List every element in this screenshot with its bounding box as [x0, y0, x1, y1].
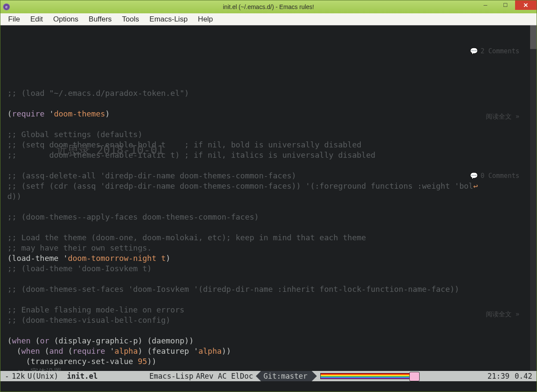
code-line: ;; (doom-themes-visual-bell-config): [7, 315, 170, 325]
modeline-major-mode[interactable]: Emacs-Lisp: [149, 372, 193, 380]
nyan-cat-progress[interactable]: [320, 373, 419, 379]
modeline-minor-modes[interactable]: ARev AC ElDoc: [196, 372, 253, 380]
window-controls: ─ ☐ ✕: [476, 0, 537, 11]
code-line: ;; Load the theme (doom-one, doom-moloka…: [7, 233, 366, 242]
emacs-window: e init.el (~/.emacs.d/) - Emacs rules! ─…: [0, 0, 537, 392]
ghost-readmore-2: 阅读全文 »: [486, 309, 519, 319]
code-line: ;; Global settings (defaults): [7, 130, 142, 139]
code-line: ;; may have their own settings.: [7, 243, 152, 252]
menu-options[interactable]: Options: [48, 14, 84, 25]
modeline-buffer-name[interactable]: init.el: [67, 372, 98, 380]
vertical-scrollbar[interactable]: [530, 25, 537, 371]
menu-edit[interactable]: Edit: [25, 14, 48, 25]
minimize-button[interactable]: ─: [476, 0, 495, 10]
menu-buffers[interactable]: Buffers: [83, 14, 117, 25]
code-line: ;; (setf (cdr (assq 'diredp-dir-name doo…: [7, 181, 478, 190]
code-line: (load-theme 'doom-tomorrow-night t): [7, 254, 170, 263]
maximize-button[interactable]: ☐: [495, 0, 515, 10]
code-line: ;; (doom-themes-set-faces 'doom-Iosvkem …: [7, 285, 459, 294]
menu-help[interactable]: Help: [193, 14, 218, 25]
menubar: File Edit Options Buffers Tools Emacs-Li…: [0, 13, 537, 25]
menu-emacs-lisp[interactable]: Emacs-Lisp: [144, 14, 193, 25]
modeline-modified: -: [5, 372, 9, 380]
modeline-encoding: U(Unix): [28, 372, 58, 380]
comment-icon: 💬: [470, 172, 478, 180]
ghost-comments-1: 💬2 Comments: [470, 46, 519, 56]
window-title: init.el (~/.emacs.d/) - Emacs rules!: [0, 3, 537, 10]
titlebar[interactable]: e init.el (~/.emacs.d/) - Emacs rules! ─…: [0, 0, 537, 13]
emacs-icon: e: [3, 3, 10, 10]
code-line: ;; (load "~/.emacs.d/paradox-token.el"): [7, 89, 189, 98]
ghost-blog-title: 近思录 2018-10-01: [56, 145, 164, 155]
code-line: (transparency-set-value 95)): [7, 357, 156, 366]
ghost-readmore-1: 阅读全文 »: [486, 111, 519, 122]
code-line: (when (or (display-graphic-p) (daemonp)): [7, 336, 194, 345]
editor-buffer[interactable]: 💬2 Comments 阅读全文 » 近思录 2018-10-01 💬0 Com…: [0, 25, 537, 371]
code-line: d)): [7, 192, 21, 201]
code-line: ;; (load-theme 'doom-Iosvkem t): [7, 264, 152, 273]
scrollbar-thumb[interactable]: [530, 25, 537, 49]
modeline-time: 21:39: [488, 372, 509, 380]
wrap-indicator-icon: ↩: [473, 181, 478, 190]
modeline[interactable]: - 12k U(Unix) init.el Emacs-Lisp ARev AC…: [0, 371, 537, 381]
menu-file[interactable]: File: [3, 14, 25, 25]
close-button[interactable]: ✕: [515, 0, 537, 10]
code-line: (require 'doom-themes): [7, 109, 110, 118]
code-line: ;; Enable flashing mode-line on errors: [7, 305, 184, 314]
code-line: (when (and (require 'alpha) (featurep 'a…: [7, 346, 231, 355]
code-line: ;; (doom-themes--apply-faces doom-themes…: [7, 212, 259, 221]
modeline-load: 0.42: [515, 372, 532, 380]
modeline-size: 12k: [12, 372, 25, 380]
code-line: ;; (assq-delete-all 'diredp-dir-name doo…: [7, 171, 296, 180]
modeline-git[interactable]: Git:master: [261, 371, 312, 381]
code-line: ;; 字体设置: [7, 367, 61, 371]
comment-icon: 💬: [470, 47, 478, 55]
menu-tools[interactable]: Tools: [117, 14, 144, 25]
minibuffer[interactable]: [0, 381, 537, 392]
ghost-comments-2: 💬0 Comments: [470, 171, 519, 181]
